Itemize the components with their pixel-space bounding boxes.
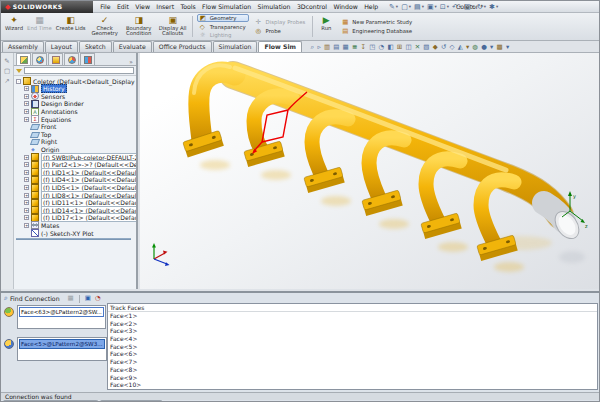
dropdown-arrow-icon[interactable]: ▾ — [435, 4, 437, 9]
track-faces-list[interactable]: Track Faces Face<1>Face<2>Face<3>Face<4>… — [107, 303, 598, 390]
options-button[interactable]: ✱▾ — [489, 3, 498, 11]
menu-item[interactable]: 3Dcontrol — [294, 1, 331, 12]
track-face-row[interactable]: Face<7> — [108, 358, 597, 366]
menu-item[interactable]: Edit — [114, 1, 132, 12]
tree-item[interactable]: Right — [16, 138, 136, 146]
configuration-manager-tab[interactable] — [48, 53, 63, 65]
feature-tree-tab[interactable] — [16, 53, 31, 65]
view-tool-icon[interactable]: ▾ — [504, 42, 510, 52]
view-tool-icon[interactable]: ◭ — [456, 42, 464, 52]
track-face-row[interactable]: Face<3> — [108, 327, 597, 335]
dropdown-arrow-icon[interactable]: ▾ — [484, 4, 486, 9]
simulation-tab[interactable]: Simulation — [213, 41, 258, 52]
menu-item[interactable]: Insert — [153, 1, 177, 12]
dropdown-arrow-icon[interactable]: ▾ — [447, 4, 449, 9]
dropdown-arrow-icon[interactable]: ▾ — [422, 4, 424, 9]
tree-item[interactable]: Top — [16, 131, 136, 139]
view-tool-icon[interactable]: ▥ — [322, 42, 331, 52]
view-tool-icon[interactable]: ◍ — [471, 42, 480, 52]
view-tool-icon[interactable]: ▤ — [332, 42, 341, 52]
expand-box-icon[interactable] — [24, 86, 29, 91]
tree-item[interactable]: Front — [16, 123, 136, 131]
menu-item[interactable]: File — [97, 1, 114, 12]
open-button[interactable]: ▤▾ — [414, 3, 424, 11]
expand-box-icon[interactable] — [24, 117, 29, 122]
wizard-button[interactable]: ✦ Wizard — [3, 14, 25, 39]
track-face-row[interactable]: Face<1> — [108, 312, 597, 320]
tree-item[interactable]: Equations — [16, 115, 136, 123]
expand-box-icon[interactable] — [24, 223, 29, 228]
track-face-row[interactable]: Face<2> — [108, 320, 597, 328]
selected-face-item[interactable]: Face<5>@LPattern2@SW3... — [19, 339, 105, 349]
expand-box-icon[interactable] — [24, 155, 29, 160]
feature-tree-filter-input[interactable] — [24, 67, 134, 74]
view-tool-icon[interactable]: ◔ — [377, 42, 386, 52]
view-tool-icon[interactable]: ✕ — [413, 42, 422, 52]
menu-item[interactable]: View — [132, 1, 153, 12]
probe-button[interactable]: ◎ Probe — [253, 27, 309, 36]
boundary-condition-button[interactable]: ◨ Boundary Condition — [122, 14, 156, 39]
display-manager-tab[interactable] — [64, 53, 79, 65]
view-tool-icon[interactable]: ≣ — [350, 42, 359, 52]
track-face-row[interactable]: Face<5> — [108, 343, 597, 351]
expand-box-icon[interactable] — [24, 162, 29, 167]
menu-item[interactable]: Help — [361, 1, 381, 12]
expand-box-icon[interactable] — [24, 193, 29, 198]
geometry-button[interactable]: ◩ Geometry — [197, 14, 249, 23]
panel-overflow-chevron[interactable]: » — [129, 58, 136, 65]
menu-item[interactable]: Flow Simulation — [199, 1, 254, 12]
lighting-button[interactable]: ☼ Lighting — [197, 31, 249, 40]
view-tool-icon[interactable]: ● — [480, 42, 489, 52]
selection-list-box[interactable]: Face<63>@LPattern2@SW... — [17, 305, 106, 329]
dropdown-arrow-icon[interactable]: ▾ — [409, 4, 411, 9]
evaluate-tab[interactable]: Evaluate — [113, 41, 152, 52]
transparency-button[interactable]: ◇ Transparency — [197, 22, 249, 31]
track-face-row[interactable]: Face<10> — [108, 381, 597, 389]
track-face-row[interactable]: Face<8> — [108, 366, 597, 374]
expand-box-icon[interactable] — [24, 177, 29, 182]
save-button[interactable]: ▣▾ — [427, 3, 437, 11]
display-probes-button[interactable]: ✛ Display Probes — [253, 18, 309, 27]
track-face-row[interactable]: Face<4> — [108, 335, 597, 343]
selection-list-box[interactable]: Face<5>@LPattern2@SW3... — [17, 337, 107, 361]
save-results-icon[interactable]: ▣ — [85, 294, 91, 303]
new-parametric-study-button[interactable]: ▦ New Parametric Study — [339, 18, 415, 27]
panel-tool-icon[interactable]: ▦ — [68, 294, 74, 303]
rollback-bar[interactable] — [16, 238, 131, 240]
expand-box-icon[interactable] — [24, 94, 29, 99]
check-geometry-button[interactable]: ✓ Check Geometry — [88, 14, 122, 39]
create-lids-button[interactable]: ◧ Create Lids — [54, 14, 88, 39]
side-tool-icon[interactable]: ▢ — [4, 66, 10, 76]
sketch-pencil-button[interactable]: ✎▾ — [389, 3, 398, 11]
view-tool-icon[interactable]: ▩ — [495, 42, 504, 52]
sketch-tab[interactable]: Sketch — [79, 41, 112, 52]
side-tool-icon[interactable]: ✎ — [4, 56, 9, 66]
tree-item[interactable]: (-) Sketch-XY Plot — [16, 229, 136, 237]
view-tool-icon[interactable]: ◫ — [404, 42, 413, 52]
dropdown-arrow-icon[interactable]: ▾ — [396, 4, 398, 9]
view-tool-icon[interactable]: ◇ — [448, 42, 456, 52]
flow-simulation-tree-tab[interactable] — [80, 53, 95, 65]
expand-box-icon[interactable] — [24, 109, 29, 114]
office-products-tab[interactable]: Office Products — [153, 41, 212, 52]
track-face-row[interactable]: Face<9> — [108, 374, 597, 382]
view-tool-icon[interactable]: ◆ — [431, 42, 439, 52]
view-tool-icon[interactable]: ▦ — [341, 42, 350, 52]
refresh-connection-icon[interactable]: ◔ — [95, 294, 101, 303]
flow-sim-tab[interactable]: Flow Sim — [258, 41, 302, 52]
view-tool-icon[interactable]: ◳ — [368, 42, 377, 52]
expand-box-icon[interactable] — [24, 101, 29, 106]
expand-box-icon[interactable] — [24, 215, 29, 220]
assembly-tab[interactable]: Assembly — [2, 41, 44, 52]
side-tool-icon[interactable]: ↗ — [4, 76, 9, 86]
layout-tab[interactable]: Layout — [45, 41, 78, 52]
menu-item[interactable]: Window — [330, 1, 361, 12]
expand-box-icon[interactable] — [24, 170, 29, 175]
view-tool-icon[interactable]: ◧ — [386, 42, 395, 52]
property-manager-tab[interactable] — [32, 53, 47, 65]
view-tool-icon[interactable]: ↧ — [359, 42, 368, 52]
engineering-database-button[interactable]: ▤ Engineering Database — [339, 27, 415, 36]
view-tool-icon[interactable]: ⊞ — [395, 42, 404, 52]
expand-box-icon[interactable] — [24, 185, 29, 190]
dropdown-arrow-icon[interactable]: ▾ — [496, 4, 498, 9]
